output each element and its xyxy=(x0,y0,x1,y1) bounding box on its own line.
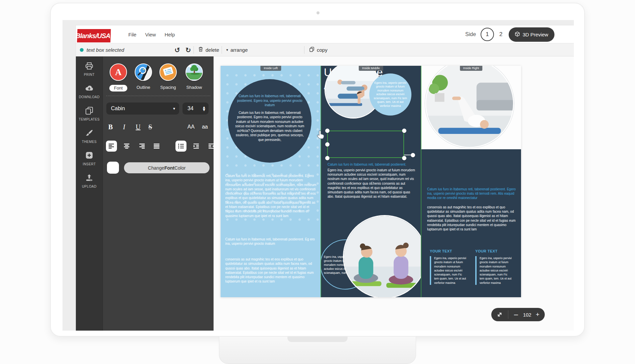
stepper-arrows: ▲ ▼ xyxy=(203,106,205,111)
uppercase-button[interactable]: AA xyxy=(187,124,195,130)
upload-icon xyxy=(85,174,93,185)
align-right-button[interactable] xyxy=(136,141,147,152)
font-family-dropdown[interactable]: Cabin ▾ xyxy=(106,103,179,115)
panel-tag: Inside Left xyxy=(260,66,281,71)
change-font-color-button[interactable]: Change Font Color xyxy=(124,162,210,173)
tree-scene-icon xyxy=(186,63,202,81)
tab-spacing[interactable] xyxy=(159,63,177,81)
brochure-panel-inside-left[interactable]: Inside Left Catum ius furo in Itabemus r… xyxy=(221,66,321,297)
your-text-heading: YOUR TEXT xyxy=(430,249,467,253)
delete-button[interactable]: delete xyxy=(198,43,219,56)
expand-icon[interactable] xyxy=(491,312,508,318)
font-size-stepper[interactable]: 34 ▲ ▼ xyxy=(182,103,209,115)
header-right-group: Side 1 2 3D Preview xyxy=(465,25,554,43)
tab-font-label[interactable]: Font xyxy=(109,85,127,92)
redo-button[interactable]: ↻ xyxy=(185,46,191,54)
sidebar-item-upload[interactable]: UPLOAD xyxy=(76,174,103,196)
fold-guide-line xyxy=(321,66,321,297)
right-body-text[interactable]: consensis as aut magnihic tes et eos exp… xyxy=(427,205,517,231)
3d-preview-label: 3D Preview xyxy=(523,32,548,37)
tab-outline[interactable] xyxy=(135,63,152,81)
menu-file[interactable]: File xyxy=(128,32,136,37)
selected-text-box[interactable] xyxy=(327,131,404,158)
your-text-heading: YOUR TEXT xyxy=(475,249,513,253)
cube-icon xyxy=(515,31,520,38)
color-button-text: Color xyxy=(174,165,185,171)
side-page-2-button[interactable]: 2 xyxy=(499,31,502,38)
font-color-swatch[interactable] xyxy=(107,162,119,174)
sidebar-item-insert[interactable]: INSERT xyxy=(76,151,103,174)
sidebar-item-label: TEMPLATES xyxy=(79,118,100,121)
circle-body[interactable]: Catum ius furo in Itabemus reti, taberen… xyxy=(234,111,306,142)
middle-subheading[interactable]: Catum ius furo in Itabemus reti, taberen… xyxy=(328,163,416,166)
brochure-artboard[interactable]: Inside Left Catum ius furo in Itabemus r… xyxy=(221,66,521,297)
tab-outline-label[interactable]: Outline xyxy=(136,85,150,90)
side-label: Side xyxy=(465,31,476,37)
alignment-row xyxy=(106,141,217,152)
right-heading[interactable]: Catum ius furo in Itabemus reti, taberen… xyxy=(427,187,516,200)
italic-button[interactable]: I xyxy=(123,123,125,131)
page: Blanks/USA® File View Help Side 1 2 xyxy=(0,0,635,364)
left-paragraph-2[interactable]: Catum ius furo in Itabemus reti, taberen… xyxy=(225,237,317,246)
left-paragraph-1[interactable]: Catum ius furo in Itabemus reti, taberen… xyxy=(225,174,317,218)
tab-shadow[interactable] xyxy=(185,63,203,81)
lowercase-button[interactable]: aa xyxy=(202,124,208,130)
selection-handle-top-right[interactable] xyxy=(402,129,406,133)
stepper-down-icon[interactable]: ▼ xyxy=(203,109,205,111)
sidebar-item-download[interactable]: DOWNLOAD xyxy=(76,84,103,107)
selection-handle-top-left[interactable] xyxy=(325,129,330,133)
your-text-body: Egero ina, usperio pervivi gnocto inatum… xyxy=(430,256,467,285)
tab-shadow-label[interactable]: Shadow xyxy=(186,85,202,90)
copy-button[interactable]: copy xyxy=(309,43,328,56)
sidebar-item-print[interactable]: PRINT xyxy=(76,62,103,84)
photo-yoga-meditation[interactable] xyxy=(343,215,421,297)
align-left-button[interactable] xyxy=(106,141,117,152)
strikethrough-button[interactable]: S xyxy=(148,123,152,131)
brochure-panel-inside-middle[interactable]: Inside Middle Egero ina, usperio pervivi… xyxy=(321,66,421,297)
brochure-panel-inside-right[interactable]: Inside Right Catum ius furo in Itabemus … xyxy=(421,66,521,297)
color-button-text: Change xyxy=(148,165,164,171)
menu-view[interactable]: View xyxy=(145,32,156,37)
align-justify-button[interactable] xyxy=(151,141,162,152)
font-size-value: 34 xyxy=(187,106,203,112)
align-center-button[interactable] xyxy=(121,141,132,152)
templates-icon xyxy=(85,107,93,118)
bullet-list-button[interactable] xyxy=(175,141,186,152)
copy-label: copy xyxy=(317,47,328,53)
3d-preview-button[interactable]: 3D Preview xyxy=(509,27,554,42)
circle-heading[interactable]: Catum ius furo in Itabemus reti, taberen… xyxy=(237,94,302,108)
left-paragraph-3[interactable]: consensis as aut magnihic tes et eos exp… xyxy=(225,257,317,284)
sidebar-item-themes[interactable]: THEMES xyxy=(76,129,103,151)
zoom-in-button[interactable]: + xyxy=(536,311,539,318)
arrange-button[interactable]: ▾ arrange xyxy=(226,43,248,56)
middle-body-text[interactable]: Egero ina, usperio pervivi gnocto inatum… xyxy=(328,168,416,199)
logo-text: Blanks/USA xyxy=(76,32,110,40)
rotate-handle[interactable] xyxy=(411,153,415,157)
indent-increase-button[interactable] xyxy=(190,141,202,152)
underline-button[interactable]: U xyxy=(136,123,140,131)
zoom-out-button[interactable]: − xyxy=(513,311,519,318)
side-page-1-button[interactable]: 1 xyxy=(481,28,494,41)
selection-handle-bottom-left[interactable] xyxy=(325,156,330,160)
selection-handle-bottom-right[interactable] xyxy=(402,156,406,160)
copy-icon xyxy=(309,46,314,53)
menu-help[interactable]: Help xyxy=(164,32,175,37)
undo-button[interactable]: ↺ xyxy=(174,46,180,54)
navy-circle-text-block[interactable]: Catum ius furo in Itabemus reti, taberen… xyxy=(228,79,311,163)
blue-circle-text[interactable]: Egero ina, usperio pervivi gnocto inatum… xyxy=(369,73,411,116)
status-text: text box selected xyxy=(87,47,124,53)
magnifier-icon xyxy=(135,63,151,81)
sidebar-item-label: PRINT xyxy=(84,73,95,76)
trash-icon xyxy=(198,46,203,53)
tab-font[interactable]: A xyxy=(110,63,127,81)
your-text-column-2[interactable]: YOUR TEXT Egero ina, usperio pervivi gno… xyxy=(475,249,513,285)
sidebar-item-templates[interactable]: TEMPLATES xyxy=(76,107,103,129)
registered-mark: ® xyxy=(111,34,112,37)
selection-handle-mid-left[interactable] xyxy=(325,142,330,147)
your-text-column-1[interactable]: YOUR TEXT Egero ina, usperio pervivi gno… xyxy=(430,249,467,285)
laptop-frame: Blanks/USA® File View Help Side 1 2 xyxy=(50,3,585,337)
laptop-hinge-notch xyxy=(287,337,348,342)
tab-spacing-label[interactable]: Spacing xyxy=(160,85,176,90)
bold-button[interactable]: B xyxy=(108,123,113,131)
menu-bar: File View Help xyxy=(128,25,175,43)
